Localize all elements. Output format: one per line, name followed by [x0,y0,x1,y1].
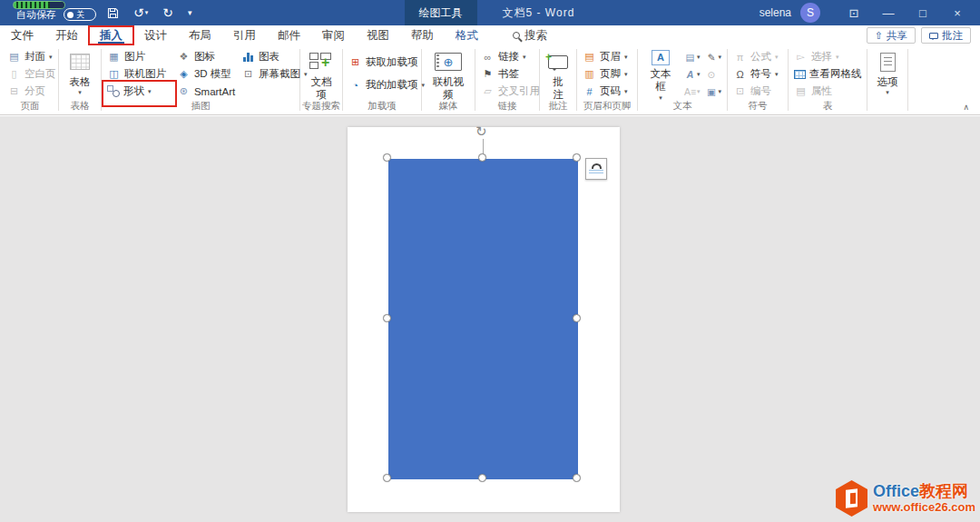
avatar[interactable]: S [800,3,820,23]
selection-handle-bottom-left[interactable] [383,474,391,482]
select-button[interactable]: ▻选择▾ [792,48,864,65]
3d-model-button[interactable]: ◈3D 模型 [175,65,240,83]
signature-line-button[interactable]: ✎▾ [703,52,723,63]
smartart-button[interactable]: ⊛SmartArt [175,83,240,100]
blank-page-button[interactable]: ▯空白页 [5,65,58,83]
autosave-toggle[interactable]: 关 [64,8,96,21]
redo-icon[interactable]: ↻ [159,0,177,25]
picture-button[interactable]: ▦图片 [105,48,175,65]
group-doc-item: + 文档项 专题搜索 [300,45,342,114]
selection-handle-top-right[interactable] [573,153,581,162]
group-comment: + 批注 批注 [540,45,576,114]
symbol-button[interactable]: Ω符号▾ [731,65,780,83]
tab-insert[interactable]: 插入 [89,25,133,45]
toggle-knob [67,12,74,18]
rotate-handle[interactable]: ↻ [475,124,487,138]
comments-button[interactable]: 批注 [921,27,971,44]
table-button[interactable]: 表格 ▾ [65,48,95,102]
header-icon: ▤ [583,51,596,63]
date-time-button[interactable]: ⊙ [703,69,723,80]
equation-button[interactable]: π公式▾ [731,48,780,65]
word-window: 自动保存 关 ↺▾ ↻ ▾ 绘图工具 文档5 - Word selena S ⊡… [0,0,980,522]
selection-handle-bottom-middle[interactable] [478,474,486,482]
rotate-handle-stem [483,139,484,154]
tab-review[interactable]: 审阅 [311,25,356,45]
drop-cap-button[interactable]: A≡▾ [682,86,702,97]
page-break-icon: ⊟ [7,85,21,97]
save-icon[interactable] [103,7,122,19]
group-table: 表格 ▾ 表格 [59,45,101,114]
textbox-icon: A [652,50,670,65]
selection-handle-top-middle[interactable] [478,153,486,162]
shapes-button[interactable]: 形状▾ [105,83,175,100]
user-name[interactable]: selena [760,6,791,19]
ribbon-display-icon[interactable]: ⊡ [837,0,871,25]
tab-help[interactable]: 帮助 [400,25,445,45]
tab-home[interactable]: 开始 [44,25,89,45]
wordart-button[interactable]: A▾ [682,69,702,80]
properties-button[interactable]: ▤属性 [792,83,864,100]
page-number-button[interactable]: #页码▾ [581,83,630,100]
get-addins-button[interactable]: ⊞获取加载项 [347,54,426,71]
group-options: 选项 ▾ [867,45,907,114]
numbering-button[interactable]: ⊡编号 [731,83,780,100]
my-addins-icon: ◔ [348,80,362,91]
options-button[interactable]: 选项 ▾ [873,48,903,102]
layout-options-button[interactable] [585,158,607,180]
object-button[interactable]: ▣▾ [703,86,723,97]
quick-parts-button[interactable]: ▤▾ [682,52,702,63]
search-icon [513,32,520,39]
document-item-button[interactable]: + 文档项 [304,48,338,102]
share-button[interactable]: ⇧ 共享 [867,27,916,44]
group-label-doc-item: 专题搜索 [300,100,342,113]
online-video-button[interactable]: ⊕ 联机视频 [426,48,471,102]
tab-format[interactable]: 格式 [445,25,489,45]
shape-rectangle[interactable] [388,159,578,479]
properties-icon: ▤ [794,85,808,97]
my-addins-button[interactable]: ◔我的加载项▾ [347,76,426,94]
qat-customize-icon[interactable]: ▾ [184,0,196,25]
page-break-button[interactable]: ⊟分页 [5,83,58,100]
new-comment-button[interactable]: + 批注 [544,48,573,102]
screenshot-button[interactable]: ⊡屏幕截图▾ [240,65,296,83]
selection-handle-middle-left[interactable] [383,314,391,322]
online-picture-button[interactable]: ◫联机图片 [105,65,175,83]
tab-view[interactable]: 视图 [356,25,400,45]
smartart-icon: ⊛ [177,85,191,97]
selection-handle-bottom-right[interactable] [573,474,581,482]
header-button[interactable]: ▤页眉▾ [581,48,630,65]
tab-layout[interactable]: 布局 [178,25,222,45]
quick-parts-icon: ▤ [684,52,696,63]
close-icon[interactable]: × [940,0,975,25]
selection-handle-middle-right[interactable] [573,314,581,322]
collapse-ribbon-icon[interactable]: ∧ [963,103,969,112]
chart-button[interactable]: 图表 [240,48,296,65]
cover-page-button[interactable]: ▤封面▾ [5,48,58,65]
document-canvas: ↻ Office教程网 www.office26.com [0,116,980,522]
link-icon: ∞ [481,52,495,63]
cross-reference-button[interactable]: ▱交叉引用 [479,83,542,100]
bookmark-button[interactable]: ⚑书签 [479,65,542,83]
undo-icon[interactable]: ↺▾ [130,0,152,25]
tab-references[interactable]: 引用 [222,25,267,45]
select-icon: ▻ [794,51,808,63]
icons-button[interactable]: ❖图标 [175,48,240,65]
document-page[interactable]: ↻ [348,127,620,512]
context-tab-drawing-tools[interactable]: 绘图工具 [405,0,477,25]
group-label-addins: 加载项 [343,100,421,113]
chart-icon [241,52,255,62]
view-gridlines-button[interactable]: 查看网格线 [792,65,864,83]
tab-file[interactable]: 文件 [0,25,44,45]
footer-button[interactable]: ▥页脚▾ [581,65,630,83]
search-box[interactable]: 搜索 [504,25,556,45]
tab-design[interactable]: 设计 [133,25,178,45]
maximize-icon[interactable]: □ [906,0,940,25]
minimize-icon[interactable]: — [871,0,906,25]
link-button[interactable]: ∞链接▾ [479,48,542,65]
watermark-url: www.office26.com [873,501,975,514]
tab-mailings[interactable]: 邮件 [267,25,311,45]
group-label-media: 媒体 [422,100,475,113]
watermark: Office教程网 www.office26.com [836,480,975,517]
selection-handle-top-left[interactable] [383,153,391,162]
textbox-button[interactable]: A 文本框 ▾ [642,48,680,102]
